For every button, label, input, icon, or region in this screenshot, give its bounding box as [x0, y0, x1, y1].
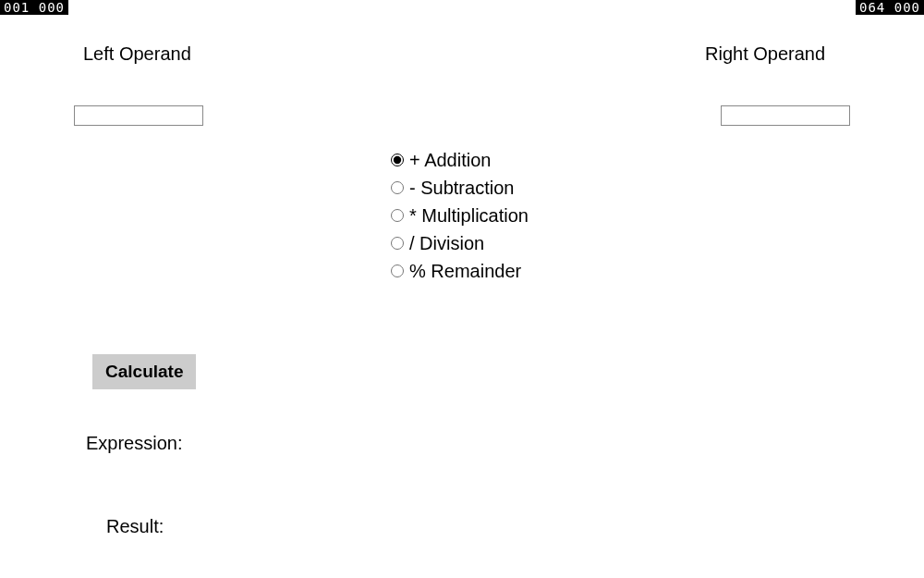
calculate-button[interactable]: Calculate [92, 354, 196, 389]
right-operand-label: Right Operand [705, 43, 825, 65]
radio-division[interactable] [391, 237, 404, 250]
radio-addition-label[interactable]: + Addition [409, 150, 491, 171]
operation-row-addition: + Addition [391, 146, 529, 174]
operation-row-multiplication: * Multiplication [391, 202, 529, 229]
radio-subtraction[interactable] [391, 181, 404, 194]
radio-remainder[interactable] [391, 264, 404, 277]
operation-row-division: / Division [391, 229, 529, 257]
expression-label: Expression: [86, 433, 183, 454]
radio-multiplication-label[interactable]: * Multiplication [409, 205, 529, 227]
left-operand-input[interactable] [74, 105, 203, 126]
right-operand-input[interactable] [721, 105, 850, 126]
operation-row-subtraction: - Subtraction [391, 174, 529, 202]
radio-multiplication[interactable] [391, 209, 404, 222]
result-label: Result: [106, 516, 164, 537]
radio-remainder-label[interactable]: % Remainder [409, 261, 521, 282]
frame-counter-left: 001 000 [0, 0, 68, 15]
operation-radio-group: + Addition - Subtraction * Multiplicatio… [391, 146, 529, 285]
radio-addition[interactable] [391, 154, 404, 166]
left-operand-label: Left Operand [83, 43, 191, 65]
operation-row-remainder: % Remainder [391, 257, 529, 285]
radio-division-label[interactable]: / Division [409, 233, 484, 254]
radio-subtraction-label[interactable]: - Subtraction [409, 178, 514, 199]
frame-counter-right: 064 000 [856, 0, 924, 15]
